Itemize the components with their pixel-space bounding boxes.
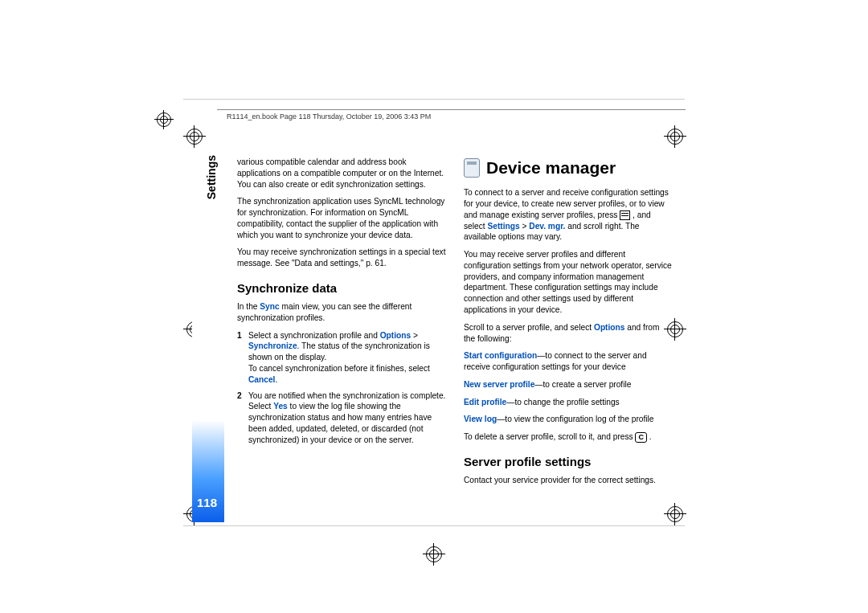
page-number-gradient	[192, 157, 224, 522]
ui-term: Sync	[260, 302, 279, 311]
ui-term: Cancel	[248, 375, 275, 384]
para: To delete a server profile, scroll to it…	[464, 431, 673, 443]
ui-term: Synchronize	[248, 341, 297, 350]
para: The synchronization application uses Syn…	[237, 196, 446, 240]
registration-mark	[157, 112, 173, 129]
para: Scroll to a server profile, and select O…	[464, 322, 673, 345]
content-area: various compatible calendar and address …	[237, 157, 679, 492]
para: You may receive server profiles and diff…	[464, 249, 673, 316]
heading-device-manager: Device manager	[464, 157, 673, 179]
right-column: Device manager To connect to a server an…	[464, 157, 673, 492]
device-manager-icon	[464, 158, 480, 178]
page-number: 118	[197, 496, 217, 509]
steps-list: 1 Select a synchronization profile and O…	[237, 330, 446, 446]
para: various compatible calendar and address …	[237, 157, 446, 190]
heading-server-profile-settings: Server profile settings	[464, 454, 673, 470]
para: To connect to a server and receive confi…	[464, 187, 673, 243]
menu-key-icon	[620, 210, 630, 220]
ui-term: Options	[380, 331, 411, 340]
option: View log—to view the configuration log o…	[464, 414, 673, 425]
ui-term: Dev. mgr.	[529, 222, 565, 231]
c-key-icon: C	[635, 432, 647, 443]
option: Start configuration—to connect to the se…	[464, 350, 673, 373]
ui-term: Edit profile	[464, 398, 506, 407]
ui-term: New server profile	[464, 380, 534, 389]
option: Edit profile—to change the profile setti…	[464, 397, 673, 408]
option: New server profile—to create a server pr…	[464, 379, 673, 390]
ui-term: Options	[594, 323, 624, 332]
step-2: 2 You are notified when the synchronizat…	[237, 390, 446, 446]
ui-term: Yes	[273, 402, 288, 411]
para: In the Sync main view, you can see the d…	[237, 301, 446, 324]
ui-term: Settings	[487, 222, 519, 231]
ui-term: View log	[464, 415, 497, 423]
para: You may receive synchronization settings…	[237, 247, 446, 269]
para: Contact your service provider for the co…	[464, 475, 673, 486]
section-tab: Settings	[205, 155, 218, 199]
step-1: 1 Select a synchronization profile and O…	[237, 330, 446, 386]
header-rule	[217, 109, 686, 110]
left-column: various compatible calendar and address …	[237, 157, 446, 492]
crop-mark-bc	[426, 546, 450, 570]
heading-synchronize-data: Synchronize data	[237, 280, 446, 296]
header-text: R1114_en.book Page 118 Thursday, October…	[227, 112, 431, 121]
ui-term: Start configuration	[464, 351, 537, 360]
